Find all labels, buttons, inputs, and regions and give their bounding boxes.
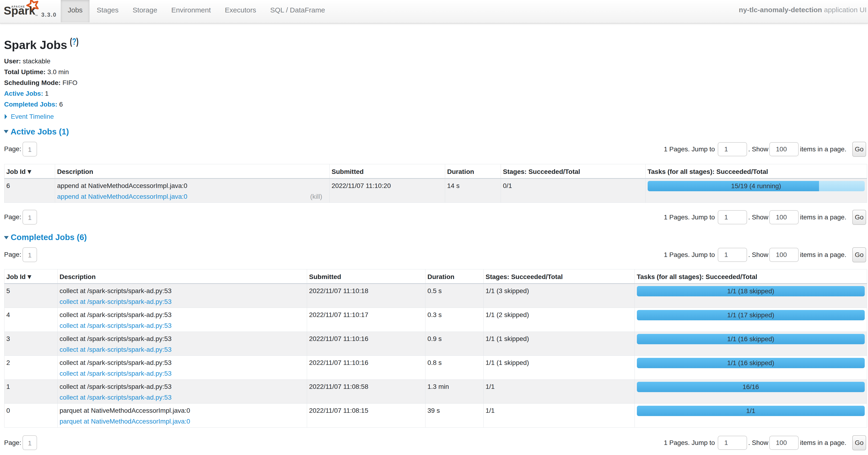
svg-text:TM: TM [35, 14, 38, 17]
svg-text:Spark: Spark [4, 5, 35, 17]
